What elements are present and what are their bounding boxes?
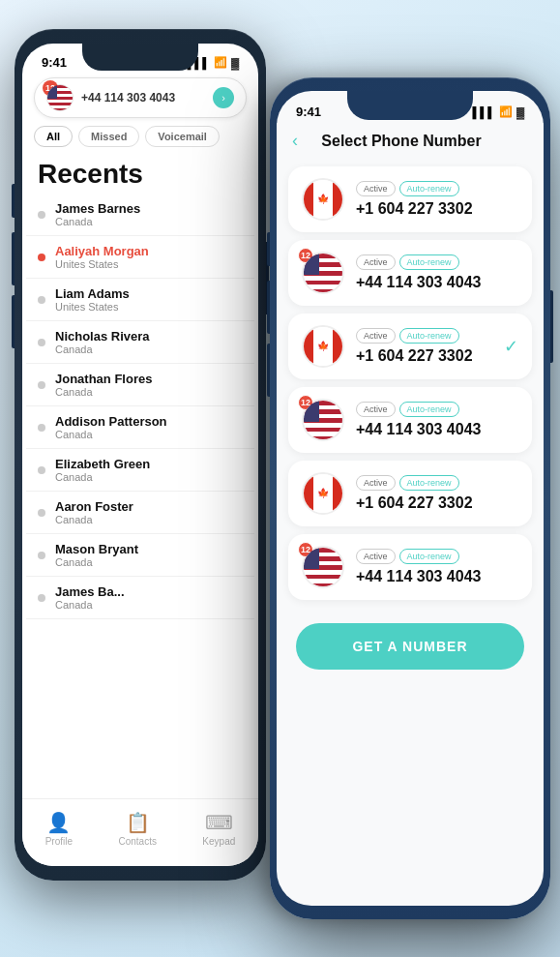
number-card[interactable]: 12 Active Auto-renew +44 114 303 4043 [288,240,532,306]
autorenew-tag: Auto-renew [399,475,459,491]
canada-flag: 🍁 [302,472,344,515]
back-screen: 9:41 ▌▌▌ 📶 ▓ 12 +44 114 303 4043 › All [22,44,258,866]
maple-leaf-icon: 🍁 [317,489,329,498]
contact-name: Liam Adams [55,286,243,301]
recents-title: Recents [22,151,258,194]
autorenew-tag: Auto-renew [399,181,459,196]
contact-name: Jonathan Flores [55,372,243,386]
contact-info: Jonathan Flores Canada [55,372,243,398]
maple-leaf-icon: 🍁 [317,194,329,204]
contact-info: Addison Patterson Canada [55,414,243,440]
number-flag: 🍁 [302,178,344,221]
number-card[interactable]: 🍁 Active Auto-renew +1 604 227 3302 [288,461,532,526]
contact-dot [38,211,45,219]
arrow-button[interactable]: › [213,87,234,108]
contact-country: Unites States [55,301,243,313]
tab-voicemail[interactable]: Voicemail [145,126,220,147]
nav-label: Keypad [202,836,235,847]
tab-all[interactable]: All [34,126,73,147]
tabs-row: All Missed Voicemail [22,122,258,151]
nav-contacts[interactable]: 📋 Contacts [118,811,156,847]
contact-info: Nicholas Rivera Canada [55,329,243,355]
contact-info: Mason Bryant Canada [55,542,243,568]
nav-label: Contacts [118,836,156,847]
canada-flag: 🍁 [302,178,344,221]
contact-info: Elizabeth Green Canada [55,457,243,483]
number-flag: 12 [302,252,344,294]
number-tags: Active Auto-renew [356,475,518,491]
flag-container: 12 [46,84,74,111]
contact-country: Unites States [55,258,243,270]
autorenew-tag: Auto-renew [399,328,459,344]
number-card[interactable]: 🍁 Active Auto-renew +1 604 227 3302 [288,166,532,232]
canada-flag: 🍁 [302,325,344,368]
number-card[interactable]: 12 Active Auto-renew +44 114 303 4043 [288,387,532,453]
contact-country: Canada [55,386,243,398]
bottom-nav: 👤 Profile 📋 Contacts ⌨ Keypad [22,798,258,866]
page-title: Select Phone Number [308,133,495,150]
number-flag: 🍁 [302,472,344,515]
nav-profile[interactable]: 👤 Profile [45,811,73,847]
number-flag: 🍁 [302,325,344,368]
contact-name: Addison Patterson [55,414,243,429]
number-card[interactable]: 12 Active Auto-renew +44 114 303 4043 [288,534,532,600]
front-time: 9:41 [296,105,321,119]
get-number-button[interactable]: GET A NUMBER [296,623,524,670]
contact-info: Aaron Foster Canada [55,499,243,525]
front-header: ‹ Select Phone Number [277,123,544,159]
list-item[interactable]: Liam Adams Unites States [26,279,254,321]
number-card[interactable]: 🍁 Active Auto-renew +1 604 227 3302 ✓ [288,314,532,379]
list-item[interactable]: Jonathan Flores Canada [26,364,254,406]
selected-check-icon: ✓ [504,336,518,357]
autorenew-tag: Auto-renew [399,402,459,417]
keypad-icon: ⌨ [205,811,233,834]
us-flag [302,399,344,441]
phone-number-value: +44 114 303 4043 [356,421,518,438]
list-item[interactable]: James Barnes Canada [26,194,254,236]
contact-dot [38,509,45,517]
list-item[interactable]: Aaliyah Morgan Unites States [26,236,254,279]
number-details: Active Auto-renew +44 114 303 4043 [356,402,518,438]
number-flag: 12 [302,399,344,441]
nav-label: Profile [45,836,73,847]
phone-front: 9:41 ▌▌▌ 📶 ▓ ‹ Select Phone Number 🍁 [270,77,550,919]
phone-number-value: +1 604 227 3302 [356,200,518,218]
contact-country: Canada [55,216,243,227]
active-tag: Active [356,549,396,564]
phone-number-value: +44 114 303 4043 [356,568,518,585]
front-wifi-icon: 📶 [499,105,513,118]
tab-missed[interactable]: Missed [78,126,139,147]
profile-icon: 👤 [46,811,71,834]
number-details: Active Auto-renew +44 114 303 4043 [356,549,518,585]
contact-info: James Ba... Canada [55,584,243,611]
contact-dot [38,424,45,432]
contact-name: Aaliyah Morgan [55,244,243,258]
list-item[interactable]: Mason Bryant Canada [26,534,254,577]
number-options-list: 🍁 Active Auto-renew +1 604 227 3302 12 [277,159,544,608]
active-tag: Active [356,254,396,270]
list-item[interactable]: Addison Patterson Canada [26,406,254,449]
contact-dot [38,381,45,389]
list-item[interactable]: James Ba... Canada [26,577,254,619]
autorenew-tag: Auto-renew [399,254,459,270]
front-signal-icon: ▌▌▌ [473,106,495,118]
number-tags: Active Auto-renew [356,328,492,344]
number-tags: Active Auto-renew [356,549,518,564]
phone-back: 9:41 ▌▌▌ 📶 ▓ 12 +44 114 303 4043 › All [15,29,266,881]
contact-dot [38,552,45,559]
active-tag: Active [356,475,396,491]
front-battery-icon: ▓ [516,106,524,118]
list-item[interactable]: Nicholas Rivera Canada [26,321,254,364]
contact-dot [38,466,45,474]
contact-country: Canada [55,556,243,568]
list-item[interactable]: Aaron Foster Canada [26,492,254,534]
number-pill[interactable]: 12 +44 114 303 4043 › [34,77,247,118]
contact-name: Nicholas Rivera [55,329,243,344]
active-tag: Active [356,328,396,344]
phone-number-value: +44 114 303 4043 [356,274,518,291]
list-item[interactable]: Elizabeth Green Canada [26,449,254,492]
back-arrow-icon[interactable]: ‹ [292,131,298,151]
number-tags: Active Auto-renew [356,254,518,270]
nav-keypad[interactable]: ⌨ Keypad [202,811,235,847]
number-tags: Active Auto-renew [356,402,518,417]
